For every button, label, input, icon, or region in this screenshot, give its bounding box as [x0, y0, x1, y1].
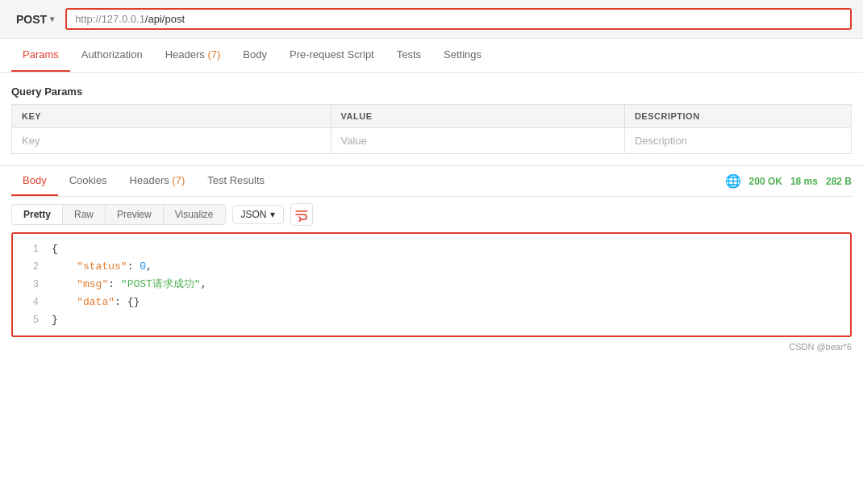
request-tabs: Params Authorization Headers (7) Body Pr… [0, 39, 863, 73]
resp-tab-body[interactable]: Body [11, 166, 58, 196]
headers-badge: (7) [207, 48, 220, 60]
tab-headers[interactable]: Headers (7) [154, 39, 232, 72]
fmt-tab-visualize[interactable]: Visualize [164, 205, 225, 224]
tab-body[interactable]: Body [231, 39, 278, 72]
tab-params[interactable]: Params [11, 39, 70, 72]
params-table: KEY VALUE DESCRIPTION Key Value Descript… [11, 104, 852, 154]
line-num-5: 5 [19, 311, 39, 328]
globe-icon: 🌐 [725, 173, 741, 189]
tab-settings[interactable]: Settings [432, 39, 493, 72]
col-header-key: KEY [12, 105, 331, 128]
table-row: Key Value Description [12, 128, 852, 154]
line-num-2: 2 [19, 258, 39, 275]
response-time: 18 ms [790, 176, 818, 187]
fmt-tab-raw[interactable]: Raw [63, 205, 106, 224]
url-input-wrapper[interactable]: http://127.0.0.1 /api/post [65, 8, 852, 30]
param-value-cell[interactable]: Value [331, 128, 624, 154]
url-path: /api/post [145, 13, 185, 25]
json-line-5: 5 } [13, 311, 850, 329]
tab-pre-request-script[interactable]: Pre-request Script [278, 39, 386, 72]
method-dropdown[interactable]: POST ▾ [11, 10, 59, 29]
method-label: POST [16, 13, 47, 26]
params-section: Query Params KEY VALUE DESCRIPTION Key V… [0, 73, 863, 154]
watermark-text: CSDN @bear*6 [789, 342, 852, 352]
fmt-tab-preview[interactable]: Preview [106, 205, 164, 224]
response-size: 282 B [826, 176, 852, 187]
json-line-2: 2 "status": 0, [13, 258, 850, 276]
json-content-3: "msg": "POST请求成功", [52, 276, 206, 294]
line-num-3: 3 [19, 276, 39, 293]
fmt-tab-pretty[interactable]: Pretty [12, 205, 63, 224]
json-body: 1 { 2 "status": 0, 3 "msg": "POST请求成功", … [11, 232, 852, 337]
json-line-4: 4 "data": {} [13, 294, 850, 311]
json-brace-close: } [52, 311, 58, 329]
col-header-value: VALUE [331, 105, 624, 128]
url-prefix: http://127.0.0.1 [75, 13, 145, 25]
json-brace-open: { [52, 240, 58, 258]
line-num-1: 1 [19, 240, 39, 257]
format-row: Pretty Raw Preview Visualize JSON ▾ [11, 197, 852, 232]
chevron-down-icon: ▾ [50, 15, 54, 23]
status-label: 200 OK [749, 176, 782, 187]
tab-tests[interactable]: Tests [386, 39, 432, 72]
json-line-1: 1 { [13, 240, 850, 258]
line-num-4: 4 [19, 294, 39, 310]
response-tabs: Body Cookies Headers (7) Test Results [11, 166, 725, 196]
format-tabs: Pretty Raw Preview Visualize [11, 204, 226, 225]
format-type-chevron: ▾ [270, 209, 275, 220]
json-content-4: "data": {} [52, 294, 140, 311]
section-title: Query Params [11, 81, 852, 104]
param-desc-cell[interactable]: Description [624, 128, 851, 154]
resp-tab-test-results[interactable]: Test Results [196, 166, 276, 196]
col-header-description: DESCRIPTION [624, 105, 851, 128]
format-type-label: JSON [241, 209, 267, 220]
param-key-cell[interactable]: Key [12, 128, 331, 154]
response-tabs-row: Body Cookies Headers (7) Test Results 🌐 … [11, 166, 852, 197]
wrap-svg [294, 207, 309, 222]
resp-headers-badge: (7) [172, 174, 185, 186]
response-meta: 🌐 200 OK 18 ms 282 B [725, 173, 852, 189]
url-bar: POST ▾ http://127.0.0.1 /api/post [0, 0, 863, 39]
response-section: Body Cookies Headers (7) Test Results 🌐 … [0, 166, 863, 337]
wrap-icon[interactable] [290, 203, 313, 226]
watermark: CSDN @bear*6 [0, 337, 863, 356]
resp-tab-headers[interactable]: Headers (7) [119, 166, 197, 196]
json-content-2: "status": 0, [52, 258, 152, 276]
format-type-select[interactable]: JSON ▾ [232, 205, 284, 224]
tab-authorization[interactable]: Authorization [70, 39, 154, 72]
resp-tab-cookies[interactable]: Cookies [58, 166, 119, 196]
json-line-3: 3 "msg": "POST请求成功", [13, 276, 850, 294]
